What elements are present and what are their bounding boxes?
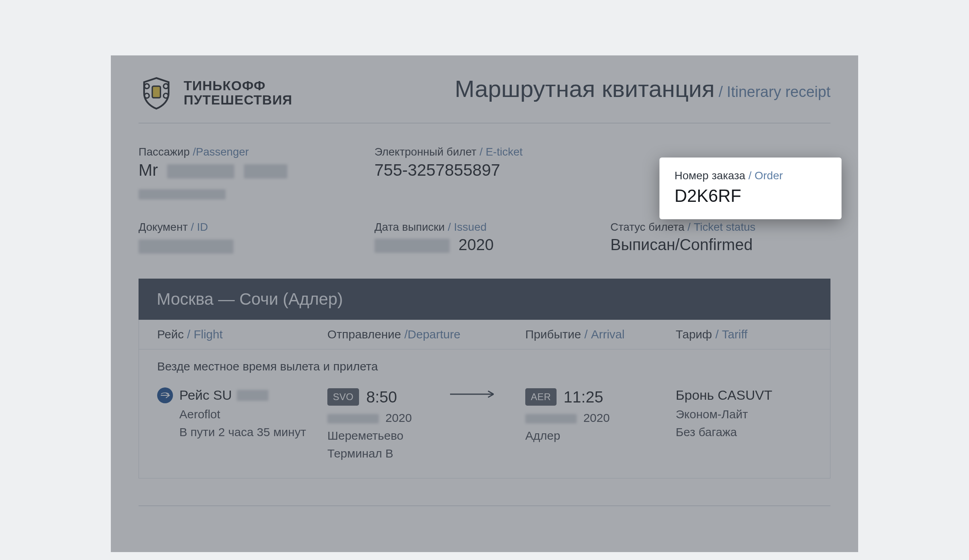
order-label-en: Order	[754, 169, 783, 182]
route-title-bar: Москва — Сочи (Адлер)	[139, 279, 830, 320]
issued-value: 2020	[374, 236, 595, 254]
cell-flight: Рейс SU Aeroflot В пути 2 часа 35 минут	[157, 385, 327, 441]
issued-label-en: Issued	[454, 221, 487, 233]
col-departure-ru: Отправление	[327, 328, 401, 341]
dep-terminal: Терминал B	[327, 444, 450, 462]
title-ru: Маршрутная квитанция	[455, 75, 715, 103]
tariff-baggage: Без багажа	[676, 423, 812, 441]
flight-duration: В пути 2 часа 35 минут	[179, 423, 327, 441]
frame: ТИНЬКОФФ ПУТЕШЕСТВИЯ Маршрутная квитанци…	[0, 16, 969, 560]
title-separator: /	[719, 84, 723, 101]
brand-name: ТИНЬКОФФ ПУТЕШЕСТВИЯ	[184, 79, 293, 107]
tinkoff-emblem-icon	[139, 75, 174, 111]
col-tariff-ru: Тариф	[676, 328, 712, 341]
redacted-issued-date	[374, 239, 450, 253]
brand-line1: ТИНЬКОФФ	[184, 79, 293, 93]
dep-airport: Шереметьево	[327, 427, 450, 444]
status-label-ru: Статус билета	[610, 221, 684, 233]
arr-iata: AER	[525, 388, 557, 406]
info-grid: Пассажир /Passenger Mr Электронный билет…	[139, 123, 830, 279]
aeroflot-icon	[157, 387, 173, 403]
redacted-name-1	[167, 164, 234, 178]
redacted-arr-date	[525, 414, 577, 423]
cell-tariff: Бронь CASUVT Эконом-Лайт Без багажа	[676, 385, 812, 441]
arr-airport: Адлер	[525, 427, 676, 444]
redacted-document	[139, 239, 234, 254]
issued-year: 2020	[458, 236, 494, 253]
route-title: Москва — Сочи (Адлер)	[157, 290, 343, 308]
localtime-note: Везде местное время вылета и прилета	[157, 360, 812, 373]
bottom-divider	[139, 505, 830, 506]
arr-time: 11:25	[564, 385, 603, 409]
passenger-value: Mr	[139, 161, 359, 203]
document-label-ru: Документ	[139, 221, 188, 233]
svg-rect-0	[152, 86, 161, 98]
issued-label-ru: Дата выписки	[374, 221, 445, 233]
order-label-ru: Номер заказа	[674, 169, 745, 182]
dep-time: 8:50	[366, 385, 397, 409]
col-arrival-ru: Прибытие	[525, 328, 581, 341]
redacted-name-3	[139, 189, 226, 199]
flight-row: Рейс SU Aeroflot В пути 2 часа 35 минут …	[157, 385, 812, 462]
eticket-value: 755-3257855897	[374, 161, 595, 180]
field-passenger: Пассажир /Passenger Mr	[139, 146, 359, 203]
arrow-icon	[450, 385, 525, 399]
order-highlight-card: Номер заказа / Order D2K6RF	[659, 158, 842, 219]
dep-year: 2020	[386, 411, 412, 424]
col-flight-ru: Рейс	[157, 328, 184, 341]
col-tariff-en: Tariff	[722, 328, 747, 341]
cell-departure: SVO 8:50 2020 Шереметьево Терминал B	[327, 385, 450, 462]
field-order: Номер заказа / Order D2K6RF	[610, 146, 830, 203]
tariff-booking: Бронь CASUVT	[676, 385, 812, 405]
title-en: Itinerary receipt	[727, 84, 830, 101]
brand-logo-block: ТИНЬКОФФ ПУТЕШЕСТВИЯ	[139, 75, 293, 111]
arr-year: 2020	[583, 411, 610, 424]
flight-table-body: Везде местное время вылета и прилета Рей…	[139, 349, 830, 478]
svg-point-1	[144, 84, 149, 89]
tariff-class: Эконом-Лайт	[676, 405, 812, 423]
redacted-dep-date	[327, 414, 379, 423]
status-label-en: Ticket status	[694, 221, 755, 233]
dep-iata: SVO	[327, 388, 359, 406]
flight-table-head: Рейс / Flight Отправление /Departure При…	[139, 320, 830, 349]
document-value	[139, 236, 359, 255]
order-value: D2K6RF	[674, 186, 826, 206]
field-status: Статус билета / Ticket status Выписан/Co…	[610, 221, 830, 255]
passenger-label-ru: Пассажир	[139, 146, 190, 158]
flight-prefix: Рейс SU	[179, 385, 232, 405]
page-title: Маршрутная квитанция / Itinerary receipt	[455, 75, 830, 103]
field-eticket: Электронный билет / E-ticket 755-3257855…	[374, 146, 595, 203]
eticket-label-en: E-ticket	[486, 146, 522, 158]
col-arrival-en: Arrival	[591, 328, 625, 341]
field-document: Документ / ID	[139, 221, 359, 255]
passenger-prefix: Mr	[139, 161, 158, 179]
itinerary-receipt: ТИНЬКОФФ ПУТЕШЕСТВИЯ Маршрутная квитанци…	[111, 55, 858, 552]
field-issued: Дата выписки / Issued 2020	[374, 221, 595, 255]
status-value: Выписан/Confirmed	[610, 236, 830, 254]
redacted-name-2	[244, 164, 287, 178]
brand-line2: ПУТЕШЕСТВИЯ	[184, 93, 293, 107]
flight-table: Рейс / Flight Отправление /Departure При…	[139, 320, 830, 478]
eticket-label-ru: Электронный билет	[374, 146, 477, 158]
col-flight-en: Flight	[194, 328, 222, 341]
header: ТИНЬКОФФ ПУТЕШЕСТВИЯ Маршрутная квитанци…	[139, 75, 830, 123]
passenger-label-en: Passenger	[196, 146, 249, 158]
cell-arrival: AER 11:25 2020 Адлер	[525, 385, 676, 444]
svg-point-2	[163, 84, 168, 89]
redacted-flight-number	[237, 390, 268, 401]
document-label-en: ID	[197, 221, 208, 233]
airline-name: Aeroflot	[179, 405, 327, 423]
col-departure-en: Departure	[408, 328, 460, 341]
